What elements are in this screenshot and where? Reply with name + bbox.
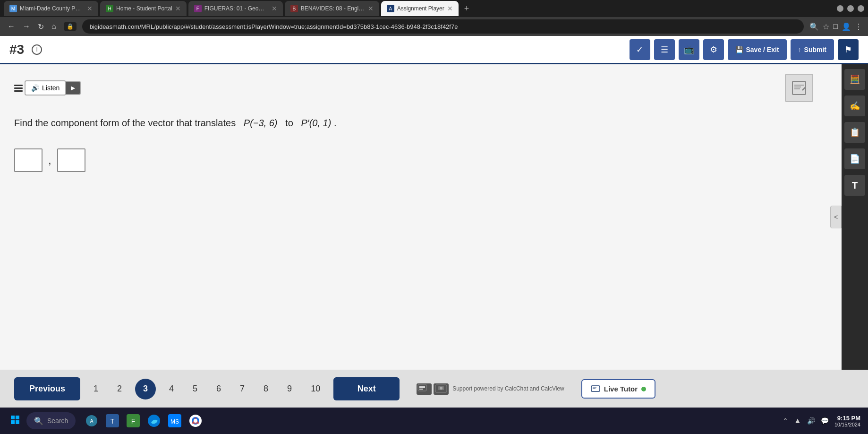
page-3-button[interactable]: 3 bbox=[135, 379, 156, 399]
tab-label-benavides: BENAVIDES: 08 - English 2 T bbox=[301, 5, 365, 12]
profile-icon[interactable]: 👤 bbox=[842, 22, 851, 31]
taskbar-chrome-icon[interactable] bbox=[187, 412, 204, 429]
tab-home[interactable]: H Home - Student Portal ✕ bbox=[100, 1, 187, 16]
back-button[interactable]: ← bbox=[6, 20, 17, 33]
app-icon-2: T bbox=[106, 414, 119, 427]
tab-close-figueras[interactable]: ✕ bbox=[272, 5, 277, 12]
previous-button[interactable]: Previous bbox=[14, 377, 80, 400]
video-tool-button[interactable]: 📺 bbox=[679, 39, 699, 60]
taskbar-app-3[interactable]: F bbox=[125, 412, 142, 429]
sidebar-calculator-button[interactable]: 🧮 bbox=[844, 69, 865, 90]
page-6-button[interactable]: 6 bbox=[211, 380, 227, 398]
comma-separator: , bbox=[48, 154, 51, 167]
play-button[interactable]: ▶ bbox=[66, 81, 81, 95]
search-browser-icon[interactable]: 🔍 bbox=[809, 22, 819, 31]
extensions-icon[interactable]: □ bbox=[833, 22, 838, 31]
listen-button[interactable]: 🔊 Listen bbox=[25, 80, 66, 95]
tab-bar: M Miami-Dade County Public S ✕ H Home - … bbox=[0, 0, 868, 17]
main-content: #3 i ✓ ☰ 📺 ⚙ 💾 Save / Exit ↑ Submit ⚑ bbox=[0, 36, 868, 408]
wifi-icon[interactable]: ▲ bbox=[794, 417, 801, 425]
next-button[interactable]: Next bbox=[333, 377, 400, 400]
math-point-p: P(−3, 6) bbox=[244, 118, 278, 128]
taskbar-system-tray: ⌃ ▲ 🔊 💬 9:15 PM 10/15/2024 bbox=[783, 415, 860, 427]
scratch-pad-area bbox=[785, 74, 813, 102]
taskbar-app-2[interactable]: T bbox=[104, 412, 121, 429]
up-arrow-icon[interactable]: ⌃ bbox=[783, 417, 788, 425]
menu-line-3 bbox=[14, 90, 23, 92]
page-7-button[interactable]: 7 bbox=[234, 380, 250, 398]
tab-miami[interactable]: M Miami-Dade County Public S ✕ bbox=[4, 1, 98, 16]
sidebar-pen-button[interactable]: ✍ bbox=[844, 95, 865, 116]
page-10-button[interactable]: 10 bbox=[305, 380, 326, 398]
info-icon[interactable]: i bbox=[32, 44, 42, 55]
taskbar-clock[interactable]: 9:15 PM 10/15/2024 bbox=[834, 415, 860, 427]
tab-label-assignment: Assignment Player bbox=[397, 5, 444, 12]
tab-figueras[interactable]: F FIGUERAS: 01 - Geometry - ✕ bbox=[188, 1, 283, 16]
submit-label: Submit bbox=[804, 46, 826, 53]
live-tutor-button[interactable]: Live Tutor bbox=[581, 379, 655, 399]
right-panel-toggle[interactable]: < bbox=[830, 206, 842, 228]
tab-assignment[interactable]: A Assignment Player ✕ bbox=[381, 1, 459, 16]
page-5-button[interactable]: 5 bbox=[187, 380, 203, 398]
address-bar: ← → ↻ ⌂ 🔒 🔍 ☆ □ 👤 ⋮ bbox=[0, 17, 868, 36]
sidebar-document-button[interactable]: 📄 bbox=[844, 148, 865, 169]
next-label: Next bbox=[357, 384, 376, 393]
forward-button[interactable]: → bbox=[21, 20, 32, 33]
live-tutor-icon bbox=[591, 385, 600, 393]
url-bar[interactable] bbox=[82, 19, 804, 34]
tab-label-home: Home - Student Portal bbox=[116, 5, 172, 12]
store-icon: MS bbox=[168, 414, 181, 427]
tab-close-home[interactable]: ✕ bbox=[175, 5, 181, 12]
calcchat-icon[interactable] bbox=[417, 383, 432, 395]
list-tool-button[interactable]: ☰ bbox=[654, 39, 675, 60]
math-point-p-prime: P′(0, 1) bbox=[301, 118, 332, 128]
calcview-icon[interactable] bbox=[434, 383, 449, 395]
search-bar[interactable]: 🔍 Search bbox=[26, 412, 76, 429]
volume-icon[interactable]: 🔊 bbox=[807, 417, 815, 425]
reload-button[interactable]: ↻ bbox=[36, 20, 46, 33]
answer-box-2[interactable] bbox=[57, 148, 85, 172]
settings-tool-button[interactable]: ⚙ bbox=[703, 39, 724, 60]
app-icon-3: F bbox=[127, 414, 140, 427]
taskbar-app-1[interactable]: A bbox=[83, 412, 100, 429]
bookmark-icon[interactable]: ☆ bbox=[823, 22, 829, 31]
question-content: 🔊 Listen ▶ bbox=[0, 64, 842, 370]
sidebar-text-button[interactable]: T bbox=[844, 175, 865, 196]
tab-benavides[interactable]: B BENAVIDES: 08 - English 2 T ✕ bbox=[285, 1, 379, 16]
page-2-button[interactable]: 2 bbox=[111, 380, 128, 398]
question-text-prefix: Find the component form of the vector th… bbox=[14, 118, 236, 128]
search-icon: 🔍 bbox=[34, 417, 43, 425]
answer-box-1[interactable] bbox=[14, 148, 43, 172]
flag-button[interactable]: ⚑ bbox=[838, 39, 859, 60]
minimize-button[interactable]: – bbox=[837, 5, 843, 12]
tab-close-miami[interactable]: ✕ bbox=[87, 5, 93, 12]
page-1-button[interactable]: 1 bbox=[88, 380, 104, 398]
taskbar-apps: A T F MS bbox=[83, 412, 204, 429]
start-button[interactable] bbox=[8, 412, 23, 430]
svg-text:F: F bbox=[131, 417, 136, 425]
taskbar-store-icon[interactable]: MS bbox=[166, 412, 183, 429]
right-sidebar: 🧮 ✍ 📋 📄 T bbox=[842, 64, 868, 370]
question-number: #3 bbox=[9, 42, 24, 57]
tab-close-assignment[interactable]: ✕ bbox=[447, 5, 453, 12]
app-icon-1: A bbox=[85, 414, 98, 427]
maximize-button[interactable]: □ bbox=[847, 5, 854, 12]
new-tab-button[interactable]: + bbox=[460, 4, 473, 14]
home-button[interactable]: ⌂ bbox=[50, 20, 58, 33]
question-area: 🔊 Listen ▶ bbox=[0, 64, 868, 370]
tab-close-benavides[interactable]: ✕ bbox=[368, 5, 374, 12]
close-button[interactable]: ✕ bbox=[858, 5, 864, 12]
svg-rect-14 bbox=[11, 416, 15, 419]
search-label: Search bbox=[47, 417, 68, 425]
sidebar-clipboard-button[interactable]: 📋 bbox=[844, 122, 865, 143]
submit-button[interactable]: ↑ Submit bbox=[791, 39, 834, 60]
save-exit-button[interactable]: 💾 Save / Exit bbox=[728, 39, 787, 60]
page-9-button[interactable]: 9 bbox=[281, 380, 298, 398]
page-8-button[interactable]: 8 bbox=[258, 380, 274, 398]
scratch-pad-button[interactable] bbox=[785, 74, 813, 102]
notification-icon[interactable]: 💬 bbox=[821, 417, 829, 425]
taskbar-edge-icon[interactable] bbox=[145, 412, 162, 429]
more-options-icon[interactable]: ⋮ bbox=[855, 22, 862, 31]
page-4-button[interactable]: 4 bbox=[163, 380, 179, 398]
check-tool-button[interactable]: ✓ bbox=[630, 39, 650, 60]
